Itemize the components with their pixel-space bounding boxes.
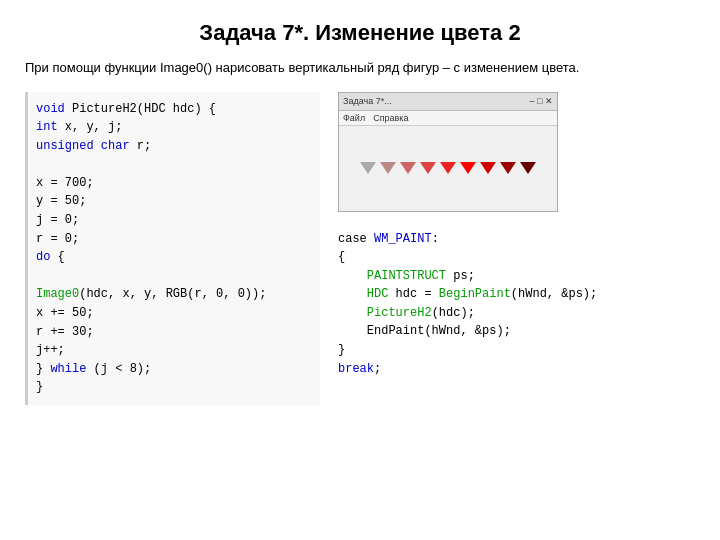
- content-area: void PictureH2(HDC hdc) { int x, y, j; u…: [25, 92, 695, 406]
- window-preview: Задача 7*... – □ ✕ ФайлСправка: [338, 92, 558, 212]
- triangle-shape: [400, 162, 416, 174]
- triangle-shape: [520, 162, 536, 174]
- code-line: EndPaint(hWnd, &ps);: [338, 322, 695, 341]
- case-code-block: case WM_PAINT:{ PAINTSTRUCT ps; HDC hdc …: [338, 230, 695, 379]
- code-line: PAINTSTRUCT ps;: [338, 267, 695, 286]
- triangle-shape: [440, 162, 456, 174]
- menu-item: Файл: [343, 113, 365, 123]
- page-title: Задача 7*. Изменение цвета 2: [25, 20, 695, 46]
- code-line: HDC hdc = BeginPaint(hWnd, &ps);: [338, 285, 695, 304]
- page: Задача 7*. Изменение цвета 2 При помощи …: [0, 0, 720, 540]
- window-title-text: Задача 7*...: [343, 96, 392, 106]
- triangle-shape: [480, 162, 496, 174]
- window-controls: – □ ✕: [530, 96, 553, 106]
- triangle-shape: [500, 162, 516, 174]
- code-line: break;: [338, 360, 695, 379]
- description-text: При помощи функции Image0() нарисовать в…: [25, 58, 695, 78]
- main-code-block: void PictureH2(HDC hdc) { int x, y, j; u…: [25, 92, 320, 406]
- window-menu: ФайлСправка: [339, 111, 557, 126]
- code-line: }: [338, 341, 695, 360]
- code-line: PictureH2(hdc);: [338, 304, 695, 323]
- code-line: {: [338, 248, 695, 267]
- triangle-shape: [460, 162, 476, 174]
- code-line: case WM_PAINT:: [338, 230, 695, 249]
- window-titlebar: Задача 7*... – □ ✕: [339, 93, 557, 111]
- triangle-shape: [360, 162, 376, 174]
- menu-item: Справка: [373, 113, 408, 123]
- window-body: [339, 126, 557, 211]
- right-panel: Задача 7*... – □ ✕ ФайлСправка case WM_P…: [338, 92, 695, 379]
- triangles-row: [360, 162, 536, 174]
- triangle-shape: [420, 162, 436, 174]
- triangle-shape: [380, 162, 396, 174]
